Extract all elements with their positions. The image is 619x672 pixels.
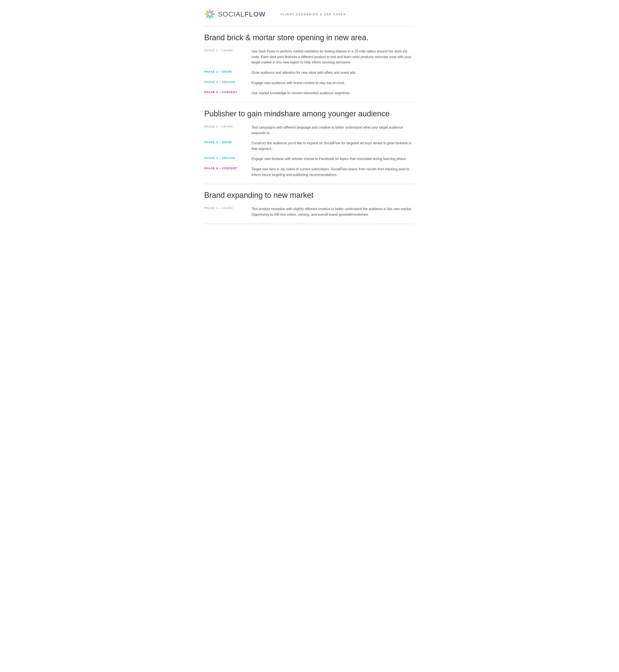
header-divider — [204, 26, 415, 26]
phase-label-3-1: PHASE 1 – LEARN — [204, 206, 252, 210]
phase-content-1-3: Engage new audience with brand content t… — [252, 80, 415, 86]
logo-social: SOCIAL — [218, 10, 245, 18]
phase-label-2-1: PHASE 1 – LEARN — [204, 125, 252, 128]
phase-label-1-1: PHASE 1 – LEARN — [204, 49, 252, 52]
phase-label-2-3: PHASE 3 – ENGAGE — [204, 156, 252, 160]
divider-3 — [204, 224, 415, 224]
scenarios-container: Brand brick & mortar store opening in ne… — [204, 33, 415, 224]
logo-flow: FLOW — [245, 10, 265, 18]
phase-content-2-1: Test campaigns with different language a… — [252, 125, 415, 136]
scenario-1: Brand brick & mortar store opening in ne… — [204, 33, 415, 96]
phase-content-2-4: Target new fans in zip codes of current … — [252, 167, 415, 177]
phase-content-2-2: Construct the audience you'd like to exp… — [252, 140, 415, 151]
scenario-2: Publisher to gain mindshare among younge… — [204, 109, 415, 177]
scenario-2-title: Publisher to gain mindshare among younge… — [204, 109, 415, 118]
phase-label-2-2: PHASE 2 – GROW — [204, 140, 252, 144]
scenario-1-title: Brand brick & mortar store opening in ne… — [204, 33, 415, 42]
phase-row-1-1: PHASE 1 – LEARNUse Dark Posts to perform… — [204, 49, 415, 65]
scenario-3: Brand expanding to new marketPHASE 1 – L… — [204, 190, 415, 217]
phase-row-1-4: PHASE 4 – CONVERTUse market knowledge to… — [204, 90, 415, 96]
phase-content-2-3: Engage new fanbase with articles shared … — [252, 156, 415, 162]
phase-row-1-2: PHASE 2 – GROWGrow audience and attentio… — [204, 70, 415, 75]
phase-row-1-3: PHASE 3 – ENGAGEEngage new audience with… — [204, 80, 415, 86]
phase-content-3-1: Test product reception with slightly dif… — [252, 206, 415, 217]
phase-label-1-3: PHASE 3 – ENGAGE — [204, 80, 252, 84]
svg-point-8 — [208, 13, 211, 15]
logo: SOCIALFLOW — [204, 9, 266, 20]
phase-label-1-2: PHASE 2 – GROW — [204, 70, 252, 73]
page-header: SOCIALFLOW CLIENT SCENARIOS & USE CASES — [204, 9, 415, 20]
phase-row-3-1: PHASE 1 – LEARNTest product reception wi… — [204, 206, 415, 217]
phase-row-2-2: PHASE 2 – GROWConstruct the audience you… — [204, 140, 415, 151]
header-subtitle: CLIENT SCENARIOS & USE CASES — [281, 13, 346, 16]
phase-content-1-2: Grow audience and attention for new stor… — [252, 70, 415, 75]
phase-row-2-1: PHASE 1 – LEARNTest campaigns with diffe… — [204, 125, 415, 136]
scenario-3-title: Brand expanding to new market — [204, 190, 415, 200]
phase-label-2-4: PHASE 4 – CONVERT — [204, 167, 252, 170]
divider-1 — [204, 102, 415, 103]
phase-row-2-4: PHASE 4 – CONVERTTarget new fans in zip … — [204, 167, 415, 177]
logo-icon — [204, 9, 215, 20]
phase-label-1-4: PHASE 4 – CONVERT — [204, 90, 252, 94]
phase-content-1-4: Use market knowledge to convert interest… — [252, 90, 415, 96]
phase-row-2-3: PHASE 3 – ENGAGEEngage new fanbase with … — [204, 156, 415, 162]
phase-content-1-1: Use Dark Posts to perform market validat… — [252, 49, 415, 65]
logo-text: SOCIALFLOW — [218, 10, 266, 18]
